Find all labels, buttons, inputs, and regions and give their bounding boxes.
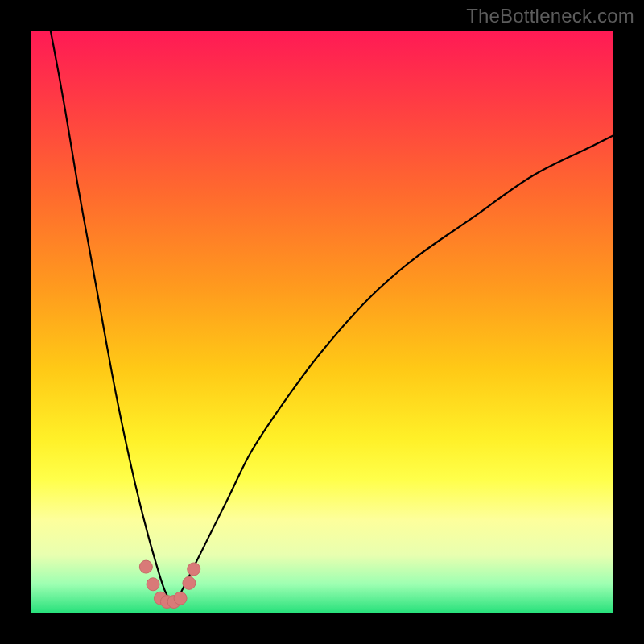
valley-marker [147, 578, 159, 591]
valley-marker [139, 560, 152, 573]
chart-svg [31, 31, 613, 613]
valley-markers [139, 560, 200, 608]
watermark-text: TheBottleneck.com [466, 5, 634, 27]
page-root: TheBottleneck.com [0, 0, 644, 644]
valley-marker [188, 563, 200, 576]
chart-plot-area [31, 31, 613, 613]
curve-left-branch [42, 31, 170, 602]
valley-marker [183, 576, 196, 589]
valley-marker [174, 592, 187, 605]
curve-right-branch [176, 135, 613, 601]
